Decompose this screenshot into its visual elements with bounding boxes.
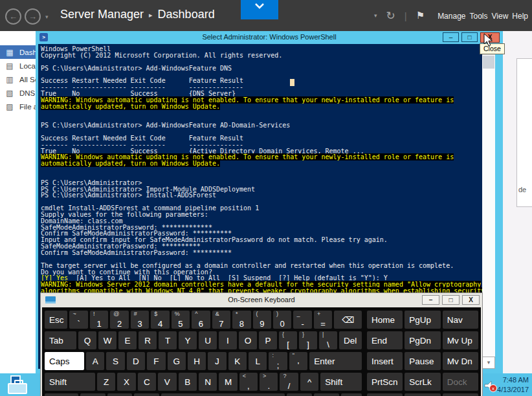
key-7[interactable]: &7: [212, 311, 230, 329]
osk-close-button[interactable]: X: [462, 295, 480, 305]
server-manager-taskbar-icon[interactable]: [8, 375, 28, 395]
key-home[interactable]: Home: [367, 311, 403, 329]
key-pgdn[interactable]: PgDn: [405, 331, 440, 349]
refresh-icon[interactable]: ↻: [386, 9, 395, 23]
key-esc[interactable]: Esc: [45, 311, 67, 329]
forward-button-icon[interactable]: →: [25, 8, 41, 25]
key-0[interactable]: )0: [273, 311, 291, 329]
scrollbar-thumb[interactable]: [483, 56, 494, 69]
key-shift-right[interactable]: Shift: [320, 373, 362, 391]
key-u[interactable]: U: [199, 331, 217, 349]
key-blank[interactable]: [80, 393, 105, 396]
menu-manage[interactable]: Manage: [438, 12, 465, 21]
key-m[interactable]: M: [219, 373, 237, 391]
notifications-flag-icon[interactable]: ⚑: [416, 10, 425, 21]
key-pgup[interactable]: PgUp: [405, 311, 440, 329]
key-l[interactable]: L: [249, 352, 267, 370]
key-,[interactable]: <,: [239, 373, 258, 391]
osk-maximize-button[interactable]: □: [442, 295, 460, 305]
key-slash[interactable]: ?/: [280, 373, 298, 391]
key-k[interactable]: K: [228, 352, 247, 370]
key-q[interactable]: Q: [78, 331, 96, 349]
key-`[interactable]: ~`: [69, 311, 87, 329]
key-enter[interactable]: Enter: [309, 352, 362, 370]
key-8[interactable]: *8: [232, 311, 250, 329]
key-x[interactable]: X: [117, 373, 135, 391]
key-blank[interactable]: [443, 393, 478, 396]
menu-tools[interactable]: Tools: [470, 12, 488, 21]
key-tab[interactable]: Tab: [45, 331, 76, 349]
key-][interactable]: }]: [299, 331, 317, 349]
key-blank[interactable]: [341, 393, 362, 396]
key-move-down[interactable]: Mv Dn: [443, 352, 478, 370]
key-p[interactable]: P: [259, 331, 277, 349]
server-caret-icon[interactable]: ▾: [374, 12, 377, 19]
key-3[interactable]: #3: [131, 311, 149, 329]
key-9[interactable]: (9: [253, 311, 271, 329]
console-scrollbar[interactable]: ▴ ▾: [482, 44, 495, 369]
key-;[interactable]: :;: [269, 352, 287, 370]
menu-help[interactable]: Help: [512, 12, 528, 21]
key-j[interactable]: J: [208, 352, 226, 370]
audio-muted-icon[interactable]: x: [483, 380, 498, 393]
back-button-icon[interactable]: ←: [5, 8, 21, 25]
key-blank[interactable]: [45, 393, 78, 396]
key-d[interactable]: D: [127, 352, 145, 370]
key-f[interactable]: F: [147, 352, 165, 370]
key-b[interactable]: B: [179, 373, 197, 391]
key-end[interactable]: End: [367, 331, 403, 349]
key-blank[interactable]: [367, 393, 403, 396]
key-caps[interactable]: Caps: [45, 352, 84, 370]
key-5[interactable]: %5: [172, 311, 190, 329]
key-up-arrow[interactable]: ^: [300, 373, 318, 391]
key-pause[interactable]: Pause: [405, 352, 440, 370]
key-6[interactable]: ^6: [192, 311, 210, 329]
key-shift[interactable]: Shift: [45, 373, 95, 391]
key-e[interactable]: E: [118, 331, 137, 349]
key-.[interactable]: >.: [260, 373, 278, 391]
key-t[interactable]: T: [159, 331, 177, 349]
key-blank[interactable]: [134, 393, 159, 396]
key-c[interactable]: C: [138, 373, 156, 391]
key-1[interactable]: !1: [90, 311, 108, 329]
key-h[interactable]: H: [188, 352, 206, 370]
key--[interactable]: _-: [293, 311, 311, 329]
taskbar-clock[interactable]: 7:48 AM 4/13/2017: [497, 375, 529, 395]
scroll-down-icon[interactable]: ▾: [482, 357, 495, 369]
key-i[interactable]: I: [219, 331, 237, 349]
key-blank[interactable]: [314, 393, 339, 396]
nav-history-caret-icon[interactable]: ▾: [45, 14, 49, 20]
key-insert[interactable]: Insert: [367, 352, 403, 370]
key-y[interactable]: Y: [179, 331, 197, 349]
key-blank[interactable]: [161, 393, 285, 396]
key-backslash[interactable]: |\: [319, 331, 337, 349]
minimize-button[interactable]: –: [443, 32, 459, 42]
key-apostrophe[interactable]: "': [289, 352, 307, 370]
powershell-titlebar[interactable]: > Select Administrator: Windows PowerShe…: [36, 31, 503, 44]
key-s[interactable]: S: [106, 352, 124, 370]
key-del[interactable]: Del: [339, 331, 362, 349]
key-blank[interactable]: [107, 393, 133, 396]
key-z[interactable]: Z: [97, 373, 115, 391]
key-move-up[interactable]: Mv Up: [443, 331, 478, 349]
osk-minimize-button[interactable]: –: [422, 295, 439, 305]
key-2[interactable]: @2: [110, 311, 128, 329]
key-dock[interactable]: Dock: [443, 373, 478, 391]
maximize-button[interactable]: □: [461, 32, 478, 42]
key-4[interactable]: $4: [151, 311, 169, 329]
key-nav[interactable]: Nav: [443, 311, 478, 329]
menu-view[interactable]: View: [492, 12, 509, 21]
key-scrlk[interactable]: ScrLk: [405, 373, 440, 391]
key-r[interactable]: R: [139, 331, 157, 349]
osk-titlebar[interactable]: On-Screen Keyboard – □ X: [41, 293, 482, 307]
key-blank[interactable]: [287, 393, 312, 396]
key-a[interactable]: A: [86, 352, 104, 370]
key-blank[interactable]: [405, 393, 440, 396]
key-=[interactable]: +=: [314, 311, 332, 329]
key-w[interactable]: W: [98, 331, 116, 349]
key-o[interactable]: O: [239, 331, 257, 349]
top-dock-tab[interactable]: [241, 0, 278, 19]
key-n[interactable]: N: [199, 373, 217, 391]
key-prtscn[interactable]: PrtScn: [367, 373, 403, 391]
key-v[interactable]: V: [158, 373, 176, 391]
